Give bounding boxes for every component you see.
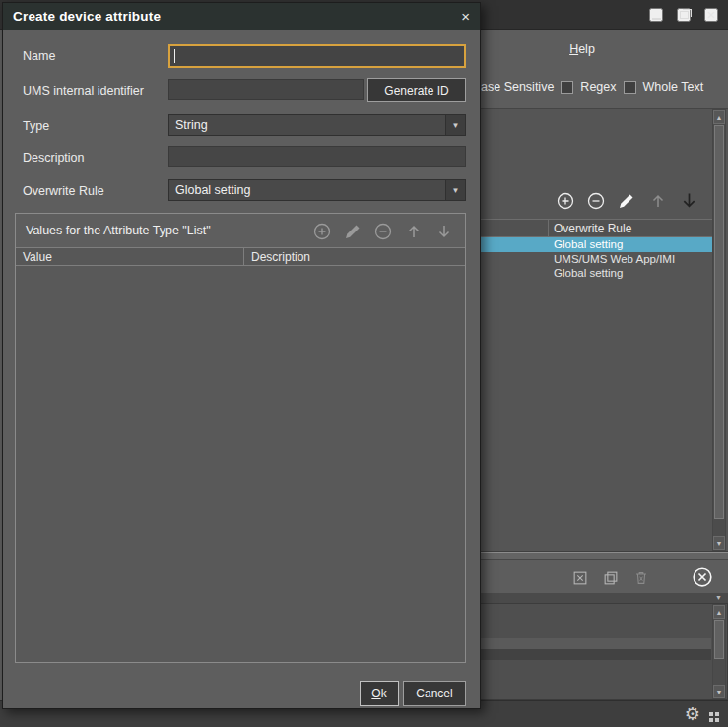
maximize-icon xyxy=(680,11,689,19)
move-up-button[interactable] xyxy=(648,191,668,211)
help-label: elp xyxy=(578,42,595,56)
pencil-icon xyxy=(343,222,363,241)
whole-text-label: Whole Text xyxy=(643,80,704,94)
list-item[interactable] xyxy=(480,649,711,660)
copy-button[interactable] xyxy=(602,569,620,587)
list-row[interactable]: UMS/UMS Web App/IMI xyxy=(479,252,712,266)
values-table-body xyxy=(16,266,465,662)
value-column-header[interactable]: Value xyxy=(16,248,244,265)
grid-icon xyxy=(708,711,720,723)
remove-button[interactable] xyxy=(586,191,606,211)
dialog-close-button[interactable]: × xyxy=(461,8,470,25)
minimize-button[interactable] xyxy=(649,8,663,22)
edit-button[interactable] xyxy=(617,191,636,211)
regex-label: Regex xyxy=(580,80,616,94)
add-button[interactable] xyxy=(556,191,575,211)
scroll-down-icon: ▼ xyxy=(716,540,723,547)
move-value-up-button[interactable] xyxy=(404,222,424,241)
scrollbar-up-button[interactable]: ▲ xyxy=(713,605,725,619)
gear-icon: ⚙ xyxy=(685,704,700,724)
values-table-header: Value Description xyxy=(16,247,465,266)
search-options-row: ase Sensitive Regex Whole Text xyxy=(481,73,703,100)
scroll-up-icon: ▲ xyxy=(716,609,723,616)
scrollbar-down-button[interactable]: ▼ xyxy=(713,536,725,550)
description-input[interactable] xyxy=(168,146,466,167)
case-sensitive-label: ase Sensitive xyxy=(481,80,554,94)
window-controls: × xyxy=(649,7,718,23)
minimize-icon xyxy=(652,18,661,20)
pencil-icon xyxy=(617,191,636,211)
scroll-up-icon: ▲ xyxy=(716,114,723,121)
type-label: Type xyxy=(23,119,49,133)
edit-value-button[interactable] xyxy=(343,222,363,241)
minus-circle-icon xyxy=(373,222,393,241)
settings-gear-button[interactable]: ⚙ xyxy=(685,703,700,725)
whole-text-checkbox[interactable] xyxy=(624,81,636,94)
arrow-down-icon xyxy=(434,222,454,241)
text-caret xyxy=(174,49,175,63)
trash-icon xyxy=(632,569,650,587)
regex-checkbox[interactable] xyxy=(561,81,573,94)
arrow-up-icon xyxy=(404,222,424,241)
scrollbar-down-button[interactable]: ▼ xyxy=(713,685,725,698)
dropdown-arrow-icon[interactable]: ▼ xyxy=(445,180,465,200)
attributes-list-panel xyxy=(479,108,728,552)
help-button[interactable]: Help xyxy=(555,36,610,62)
scrollbar-up-button[interactable]: ▲ xyxy=(713,110,725,124)
x-square-button[interactable] xyxy=(571,569,589,587)
dropdown-arrow-icon[interactable]: ▼ xyxy=(445,115,465,135)
plus-circle-icon xyxy=(556,191,575,211)
panel-divider xyxy=(479,552,728,560)
scrollbar-thumb[interactable] xyxy=(714,620,724,659)
close-icon: × xyxy=(707,8,716,22)
dialog-titlebar: Create device attribute × xyxy=(3,3,480,30)
description-column-header[interactable]: Description xyxy=(244,248,310,265)
name-label: Name xyxy=(23,49,55,63)
type-combobox[interactable]: String ▼ xyxy=(168,114,466,136)
scrollbar-thumb[interactable] xyxy=(714,125,724,519)
lower-list-panel: ▲ ▼ xyxy=(479,603,728,700)
copy-icon xyxy=(602,569,620,587)
arrow-down-icon xyxy=(678,189,700,212)
collapsed-scrollbar[interactable]: ▼ xyxy=(479,593,728,603)
x-square-icon xyxy=(571,569,589,587)
maximize-button[interactable] xyxy=(677,8,691,22)
overwrite-rule-label: Overwrite Rule xyxy=(23,184,104,198)
cancel-button[interactable]: Cancel xyxy=(403,681,466,706)
scrollbar-track[interactable]: ▲ ▼ xyxy=(712,604,726,699)
overwrite-rule-column-header[interactable]: Overwrite Rule xyxy=(479,219,712,237)
add-value-button[interactable] xyxy=(312,222,332,241)
plus-circle-icon xyxy=(312,222,332,241)
minus-circle-icon xyxy=(586,191,606,211)
move-value-down-button[interactable] xyxy=(434,222,454,241)
name-input[interactable] xyxy=(168,44,466,68)
ums-id-label: UMS internal identifier xyxy=(23,84,144,98)
scrollbar-track[interactable]: ▲ ▼ xyxy=(712,109,726,551)
list-row[interactable]: Global setting xyxy=(479,237,712,252)
values-group-title: Values for the Attribute Type "List" xyxy=(26,224,211,237)
move-down-button[interactable] xyxy=(678,189,700,212)
remove-value-button[interactable] xyxy=(373,222,393,241)
create-device-attribute-dialog: Create device attribute × Name UMS inter… xyxy=(2,2,481,709)
values-groupbox: Values for the Attribute Type "List" Val… xyxy=(15,213,466,663)
help-label-mnemonic: H xyxy=(569,42,578,56)
close-icon: × xyxy=(461,8,470,25)
generate-id-button[interactable]: Generate ID xyxy=(367,78,466,102)
arrow-up-icon xyxy=(648,191,668,211)
column-divider xyxy=(548,220,549,236)
window-close-button[interactable]: × xyxy=(704,8,718,22)
ok-button[interactable]: Ok xyxy=(360,681,399,706)
ums-id-input[interactable] xyxy=(168,79,364,100)
close-circle-button[interactable] xyxy=(692,566,713,588)
list-item[interactable] xyxy=(480,638,711,649)
description-label: Description xyxy=(23,151,85,165)
overwrite-rule-combobox[interactable]: Global setting ▼ xyxy=(168,179,466,201)
x-circle-icon xyxy=(692,566,713,588)
scroll-down-icon: ▼ xyxy=(716,689,723,695)
scroll-down-icon: ▼ xyxy=(715,594,722,601)
delete-button[interactable] xyxy=(632,569,650,587)
dialog-title: Create device attribute xyxy=(13,9,161,24)
list-row[interactable]: Global setting xyxy=(479,266,712,280)
tray-grid-button[interactable] xyxy=(708,711,720,723)
